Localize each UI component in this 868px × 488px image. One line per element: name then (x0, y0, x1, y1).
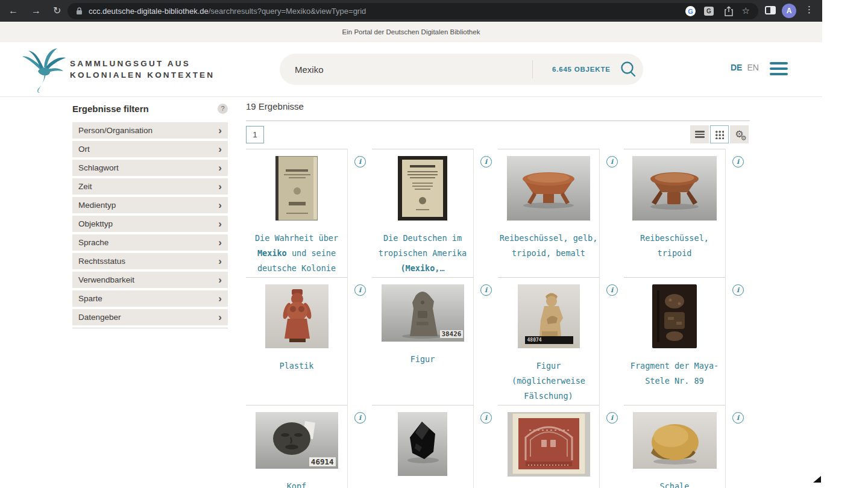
filter-item-sparte[interactable]: Sparte› (72, 290, 228, 307)
search-input[interactable]: Mexiko (295, 54, 324, 85)
chevron-right-icon: › (218, 256, 222, 266)
result-card: Fragment der Maya-Stele Nr. 89 i (624, 277, 750, 405)
profile-avatar[interactable]: A (782, 4, 796, 18)
info-icon[interactable]: i (354, 284, 366, 296)
result-thumbnail[interactable] (508, 412, 590, 479)
address-bar[interactable]: ccc.deutsche-digitale-bibliothek.de/sear… (68, 3, 758, 19)
filter-list-end (72, 328, 228, 328)
result-thumbnail[interactable]: 48074 (518, 284, 580, 351)
search-icon[interactable] (620, 61, 637, 78)
share-icon[interactable] (725, 5, 733, 17)
result-title[interactable]: Die Wahrheit über Mexiko und seine deuts… (246, 231, 347, 276)
inventory-number: 38426 (440, 330, 462, 338)
lang-en[interactable]: EN (747, 63, 758, 72)
filter-item-rechtsstatus[interactable]: Rechtsstatus› (72, 253, 228, 269)
gear-icon: ⚙⚙ (735, 129, 743, 140)
result-card: Wandgemälde… i (498, 405, 624, 488)
result-card: Schale i (624, 405, 750, 488)
filter-item-person-organisation[interactable]: Person/Organisation› (72, 122, 228, 139)
result-card: Die Deutschen im tropischen Amerika (Mex… (372, 149, 498, 277)
lang-de[interactable]: DE (731, 63, 742, 72)
help-icon[interactable]: ? (218, 104, 228, 114)
info-icon[interactable]: i (354, 412, 366, 424)
filter-item-schlagwort[interactable]: Schlagwort› (72, 160, 228, 176)
info-icon[interactable]: i (732, 412, 744, 424)
result-thumbnail[interactable] (632, 156, 717, 223)
info-icon[interactable]: i (354, 156, 366, 167)
filter-item-datengeber[interactable]: Datengeber› (72, 309, 228, 325)
filter-item-objekttyp[interactable]: Objekttyp› (72, 216, 228, 232)
filter-item-zeit[interactable]: Zeit› (72, 178, 228, 195)
info-icon[interactable]: i (606, 412, 618, 424)
url-text: ccc.deutsche-digitale-bibliothek.de/sear… (89, 7, 366, 16)
chevron-right-icon: › (218, 219, 222, 229)
result-card: Die Wahrheit über Mexiko und seine deuts… (246, 149, 372, 277)
result-card: Reibeschüssel, tripoid i (624, 149, 750, 277)
result-thumbnail[interactable] (633, 412, 717, 471)
chevron-right-icon: › (218, 275, 222, 285)
grid-view-button[interactable] (710, 125, 729, 143)
info-icon[interactable]: i (606, 284, 618, 296)
result-thumbnail[interactable] (275, 156, 318, 223)
result-thumbnail[interactable] (398, 156, 447, 223)
chevron-right-icon: › (218, 181, 222, 192)
result-title[interactable]: Die Deutschen im tropischen Amerika (Mex… (372, 231, 473, 276)
result-thumbnail[interactable] (398, 412, 447, 478)
result-thumbnail[interactable] (652, 284, 697, 351)
result-title[interactable]: Kopf (246, 479, 347, 488)
chevron-right-icon: › (218, 237, 222, 248)
info-icon[interactable]: i (480, 412, 492, 424)
filter-list: Person/Organisation› Ort› Schlagwort› Ze… (72, 122, 228, 328)
mouse-cursor (813, 476, 821, 483)
results-divider (246, 120, 750, 121)
chevron-right-icon: › (218, 163, 222, 173)
result-thumbnail[interactable] (265, 284, 329, 351)
result-title[interactable]: Fragment der Maya-Stele Nr. 89 (624, 358, 725, 389)
portal-bar: Ein Portal der Deutschen Digitalen Bibli… (0, 22, 822, 42)
browser-menu-icon[interactable]: ⋮ (805, 4, 814, 15)
pagination-page-1[interactable]: 1 (246, 126, 264, 143)
result-thumbnail[interactable] (507, 156, 590, 223)
filter-sidebar: Ergebnisse filtern ? Person/Organisation… (72, 102, 228, 328)
filter-item-medientyp[interactable]: Medientyp› (72, 197, 228, 213)
inventory-number: 48074 (527, 337, 542, 343)
inventory-number: 46914 (309, 457, 336, 466)
results-grid: Die Wahrheit über Mexiko und seine deuts… (246, 149, 750, 488)
site-header: SAMMLUNGSGUT AUS KOLONIALEN KONTEXTEN Me… (0, 42, 822, 97)
forward-icon[interactable]: → (31, 4, 41, 17)
site-logo[interactable] (20, 47, 69, 94)
reload-icon[interactable]: ↻ (53, 4, 61, 17)
info-icon[interactable]: i (732, 156, 744, 167)
results-count: 19 Ergebnisse (246, 101, 304, 111)
info-icon[interactable]: i (480, 156, 492, 167)
filter-item-sprache[interactable]: Sprache› (72, 234, 228, 251)
browser-toolbar: ← → ↻ ccc.deutsche-digitale-bibliothek.d… (0, 0, 822, 22)
settings-button[interactable]: ⚙⚙ (730, 125, 749, 143)
result-thumbnail[interactable]: 46914 (256, 412, 338, 471)
side-panel-icon[interactable] (765, 6, 776, 14)
objects-count-label[interactable]: 6.645 OBJEKTE (552, 66, 611, 73)
site-title[interactable]: SAMMLUNGSGUT AUS KOLONIALEN KONTEXTEN (70, 58, 215, 81)
menu-icon[interactable] (770, 62, 788, 78)
result-thumbnail[interactable]: 38426 (382, 284, 464, 344)
result-title[interactable]: Reibeschüssel, gelb, tripoid, bemalt (498, 231, 599, 261)
filter-item-verwendbarkeit[interactable]: Verwendbarkeit› (72, 272, 228, 288)
filter-item-ort[interactable]: Ort› (72, 141, 228, 157)
info-icon[interactable]: i (480, 284, 492, 296)
list-view-button[interactable] (690, 125, 709, 143)
bookmark-star-icon[interactable]: ☆ (742, 5, 750, 16)
result-title[interactable]: Reibeschüssel, tripoid (624, 231, 725, 261)
chevron-right-icon: › (218, 144, 222, 154)
info-icon[interactable]: i (606, 156, 618, 167)
back-icon[interactable]: ← (8, 4, 18, 17)
result-card: 48074 Figur (möglicherweise Fälschung) i (498, 277, 624, 405)
browser-window: ← → ↻ ccc.deutsche-digitale-bibliothek.d… (0, 0, 868, 488)
result-title[interactable]: Figur (möglicherweise Fälschung) (498, 358, 599, 404)
result-title[interactable]: Plastik (246, 358, 347, 374)
translate-icon[interactable]: G (704, 7, 714, 16)
result-card: Plastik i (246, 277, 372, 405)
lock-icon (76, 7, 83, 15)
result-title[interactable]: Schale (624, 479, 725, 488)
info-icon[interactable]: i (732, 284, 744, 296)
result-title[interactable]: Figur (372, 352, 473, 367)
